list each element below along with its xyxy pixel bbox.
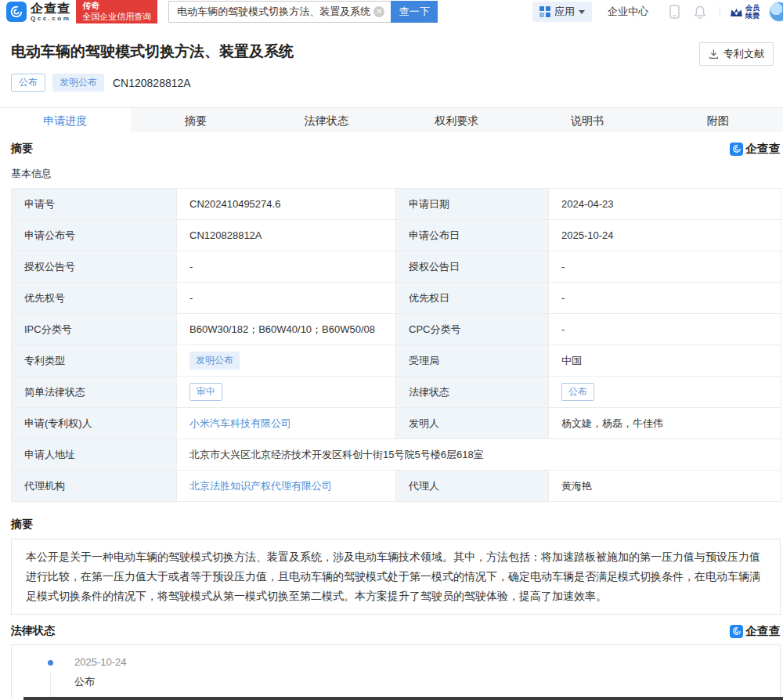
page-title: 电动车辆的驾驶模式切换方法、装置及系统	[11, 42, 294, 61]
table-row: 申请人地址北京市大兴区北京经济技术开发区科创十街15号院5号楼6层618室	[12, 439, 781, 471]
tab-abstract[interactable]: 摘要	[131, 108, 262, 132]
apps-label: 应用	[554, 5, 575, 19]
table-row: 申请(专利权)人小米汽车科技有限公司发明人杨文婕，杨磊，牛佳伟	[12, 408, 781, 439]
status-badge: 审中	[189, 383, 222, 401]
qcc-watermark: 企查查	[730, 142, 781, 157]
user-avatar[interactable]	[769, 2, 783, 22]
field-label: IPC分类号	[12, 314, 177, 345]
table-row: 专利类型发明公布受理局中国	[12, 345, 781, 377]
bottom-edge-bar	[23, 697, 783, 700]
field-value: 小米汽车科技有限公司	[177, 408, 396, 439]
patent-document-button[interactable]: 专利文献	[699, 42, 774, 66]
field-label: 法律状态	[396, 377, 549, 408]
table-row: IPC分类号B60W30/182；B60W40/10；B60W50/08CPC分…	[12, 314, 781, 345]
field-value: 2025-10-24	[549, 220, 781, 251]
timeline-date: 2025-10-24	[74, 656, 780, 668]
legal-section-header: 法律状态 企查查	[11, 624, 781, 638]
vip-renew-button[interactable]: 会员 续费	[730, 4, 760, 20]
abstract-text: 本公开是关于一种电动车辆的驾驶模式切换方法、装置及系统，涉及电动车辆技术领域。其…	[11, 539, 781, 615]
mobile-app-icon[interactable]	[669, 5, 680, 19]
field-label: 申请(专利权)人	[12, 408, 177, 439]
field-label: 代理人	[396, 471, 549, 502]
entity-link[interactable]: 北京法胜知识产权代理有限公司	[189, 480, 332, 492]
type-badge-invention: 发明公布	[52, 74, 104, 92]
field-label: 申请人地址	[12, 439, 177, 471]
field-value: -	[549, 251, 781, 283]
field-value: -	[177, 251, 396, 283]
qcc-watermark-icon	[730, 625, 743, 638]
chevron-down-icon	[579, 10, 585, 14]
field-label: 发明人	[396, 408, 549, 439]
field-label: 受理局	[396, 345, 549, 377]
apps-grid-icon	[539, 6, 550, 17]
abstract-text-title: 摘要	[11, 518, 783, 532]
brand-slogan-badge: 传奇 全国企业信用查询	[76, 0, 157, 23]
field-value: B60W30/182；B60W40/10；B60W50/08	[177, 314, 396, 345]
field-value: -	[177, 283, 396, 314]
tab-claims[interactable]: 权利要求	[392, 108, 522, 132]
top-header: 企查查 Qcc.com 传奇 全国企业信用查询 ✕ 查一下 应用 企业中心	[0, 0, 783, 23]
timeline-item: 2025-10-24公布	[12, 656, 780, 689]
timeline-line	[50, 672, 51, 700]
publication-number: CN120828812A	[113, 77, 191, 89]
status-badge: 公布	[561, 383, 594, 401]
patent-header: 电动车辆的驾驶模式切换方法、装置及系统 专利文献 公布 发明公布 CN12082…	[0, 23, 783, 92]
field-label: 申请公布号	[12, 220, 177, 251]
field-value: 北京法胜知识产权代理有限公司	[177, 471, 396, 502]
field-value: -	[549, 283, 781, 314]
qcc-logo[interactable]: 企查查 Qcc.com 传奇 全国企业信用查询	[0, 0, 157, 23]
table-row: 代理机构北京法胜知识产权代理有限公司代理人黄海艳	[12, 471, 781, 502]
tab-bar: 申请进度摘要法律状态权利要求说明书附图	[0, 107, 783, 132]
status-badge: 发明公布	[189, 352, 240, 370]
tab-description[interactable]: 说明书	[522, 108, 653, 132]
field-label: CPC分类号	[396, 314, 549, 345]
field-label: 申请公布日	[396, 220, 549, 251]
field-value: 2024-04-23	[549, 189, 781, 220]
field-label: 申请号	[12, 189, 177, 220]
qcc-logo-icon	[6, 2, 27, 22]
field-value: 杨文婕，杨磊，牛佳伟	[549, 408, 781, 439]
qcc-watermark: 企查查	[730, 624, 781, 639]
brand-name: 企查查	[31, 2, 70, 15]
field-value: 北京市大兴区北京经济技术开发区科创十街15号院5号楼6层618室	[177, 439, 781, 471]
brand-domain: Qcc.com	[31, 15, 70, 22]
basic-info-table: 申请号CN202410495274.6申请日期2024-04-23申请公布号CN…	[11, 188, 781, 502]
timeline-status: 公布	[74, 675, 780, 689]
field-label: 专利类型	[12, 345, 177, 377]
field-value: 审中	[177, 377, 396, 408]
field-label: 授权公告号	[12, 251, 177, 283]
tab-progress[interactable]: 申请进度	[0, 108, 131, 132]
abstract-section-header: 摘要 企查查	[11, 142, 781, 156]
nav-divider	[720, 6, 720, 17]
enterprise-center-link[interactable]: 企业中心	[608, 5, 648, 19]
field-value: CN120828812A	[177, 220, 396, 251]
field-value: 黄海艳	[549, 471, 781, 502]
table-row: 简单法律状态审中法律状态公布	[12, 377, 781, 408]
qcc-watermark-icon	[730, 143, 743, 156]
field-label: 代理机构	[12, 471, 177, 502]
field-label: 优先权日	[396, 283, 549, 314]
field-label: 授权公告日	[396, 251, 549, 283]
field-value: -	[549, 314, 781, 345]
table-row: 授权公告号-授权公告日-	[12, 251, 781, 283]
field-value: 公布	[549, 377, 781, 408]
search-button[interactable]: 查一下	[391, 1, 438, 23]
tab-figures[interactable]: 附图	[652, 108, 783, 132]
legal-status-timeline: 2025-10-24公布	[11, 644, 781, 699]
apps-menu[interactable]: 应用	[532, 2, 592, 22]
table-row: 申请号CN202410495274.6申请日期2024-04-23	[12, 189, 781, 220]
tab-legal-status[interactable]: 法律状态	[261, 108, 392, 132]
table-row: 申请公布号CN120828812A申请公布日2025-10-24	[12, 220, 781, 251]
entity-link[interactable]: 小米汽车科技有限公司	[189, 417, 291, 429]
field-value: 发明公布	[177, 345, 396, 377]
search-input[interactable]	[168, 1, 391, 23]
section-title-abstract: 摘要	[11, 142, 33, 156]
download-icon	[709, 49, 719, 60]
field-value: CN202410495274.6	[177, 189, 396, 220]
timeline-dot-icon	[48, 660, 53, 666]
basic-info-title: 基本信息	[11, 167, 783, 181]
crown-icon	[730, 6, 743, 18]
notifications-bell-icon[interactable]	[694, 5, 706, 19]
field-label: 简单法律状态	[12, 377, 177, 408]
table-row: 优先权号-优先权日-	[12, 283, 781, 314]
